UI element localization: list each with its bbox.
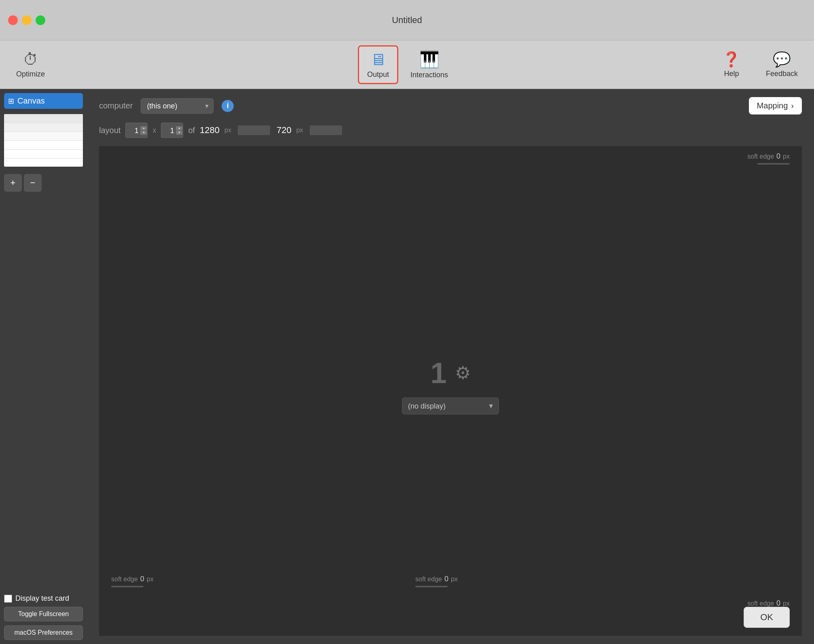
of-label: of (188, 126, 195, 135)
x-separator: x (152, 126, 156, 135)
soft-edge-right: soft edge 0 px (415, 575, 458, 587)
canvas-layer-4 (4, 141, 83, 150)
sidebar: ⊞ Canvas + − Display test card Toggle Fu… (0, 89, 87, 644)
window-controls (0, 15, 45, 25)
computer-dropdown[interactable]: (this one) (141, 98, 214, 114)
toolbar-item-interactions[interactable]: 🎹 Interactions (402, 46, 456, 83)
maximize-button[interactable] (36, 15, 45, 25)
display-center: 1 ⚙ (no display) ▼ (402, 356, 499, 414)
computer-row: computer (this one) ▼ i Mapping › (99, 97, 802, 114)
width-px: px (224, 127, 231, 134)
height-slider[interactable] (310, 125, 342, 135)
soft-edge-left-value: 0 (140, 575, 144, 583)
sidebar-actions: + − (4, 174, 83, 192)
display-dropdown[interactable]: (no display) (402, 397, 499, 414)
info-button[interactable]: i (222, 100, 234, 112)
minimize-button[interactable] (22, 15, 32, 25)
ok-button[interactable]: OK (744, 607, 790, 628)
close-button[interactable] (8, 15, 18, 25)
remove-canvas-button[interactable]: − (24, 174, 42, 192)
toolbar-item-optimize[interactable]: ⏱ Optimize (8, 48, 53, 82)
optimize-icon: ⏱ (23, 51, 38, 68)
canvas-icon: ⊞ (8, 97, 14, 106)
soft-edge-bottom-label: soft edge (747, 600, 774, 607)
soft-edge-left-px: px (147, 576, 154, 583)
layout-x-spinner: 1 ▲ ▼ (125, 123, 148, 138)
toolbar-right: ❓ Help 💬 Feedback (713, 47, 806, 82)
canvas-preview (4, 114, 83, 167)
display-test-card-label: Display test card (15, 594, 69, 603)
window-title: Untitled (392, 15, 422, 25)
soft-edge-top-slider[interactable] (757, 163, 790, 165)
optimize-label: Optimize (16, 70, 45, 78)
display-number: 1 (430, 356, 446, 389)
interactions-label: Interactions (410, 71, 448, 79)
toolbar-center: 🖥 Output 🎹 Interactions (358, 45, 456, 84)
canvas-layer-3 (4, 132, 83, 141)
canvas-label: Canvas (17, 96, 45, 106)
display-dropdown-wrapper: (no display) ▼ (402, 397, 499, 414)
feedback-icon: 💬 (773, 51, 791, 68)
layout-x-down[interactable]: ▼ (140, 131, 147, 135)
soft-edge-top-label: soft edge (747, 153, 774, 160)
toolbar-item-feedback[interactable]: 💬 Feedback (758, 47, 806, 82)
canvas-layer-5 (4, 150, 83, 159)
soft-edge-bottom-px: px (783, 600, 790, 607)
layout-label: layout (99, 126, 121, 135)
mapping-button[interactable]: Mapping › (749, 97, 802, 114)
toggle-fullscreen-button[interactable]: Toggle Fullscreen (4, 607, 83, 621)
soft-edge-right-px: px (451, 576, 458, 583)
canvas-layer-2 (4, 123, 83, 132)
layout-y-up[interactable]: ▲ (176, 126, 182, 130)
layout-row: layout 1 ▲ ▼ x 1 ▲ ▼ of 1280 px 720 (99, 123, 802, 138)
canvas-layer-6 (4, 159, 83, 167)
mapping-chevron-icon: › (791, 101, 794, 110)
macos-preferences-button[interactable]: macOS Preferences (4, 625, 83, 640)
feedback-label: Feedback (766, 70, 798, 78)
soft-edge-right-slider[interactable] (415, 586, 448, 587)
layout-x-arrows: ▲ ▼ (140, 126, 147, 135)
help-label: Help (724, 70, 739, 78)
soft-edge-left-slider[interactable] (111, 586, 144, 587)
soft-edge-right-label: soft edge (415, 576, 442, 583)
soft-edge-left-label: soft edge (111, 576, 138, 583)
width-value: 1280 (200, 125, 220, 136)
soft-edge-left: soft edge 0 px (111, 575, 154, 587)
output-label: Output (367, 70, 389, 79)
width-slider[interactable] (238, 125, 270, 135)
soft-edge-right-value: 0 (444, 575, 448, 583)
layout-x-up[interactable]: ▲ (140, 126, 147, 130)
display-test-card-checkbox[interactable] (4, 595, 12, 603)
display-test-card-row: Display test card (4, 594, 83, 603)
sidebar-item-canvas[interactable]: ⊞ Canvas (4, 93, 83, 109)
display-gear-icon[interactable]: ⚙ (455, 362, 471, 383)
height-value: 720 (277, 125, 292, 136)
soft-edge-bottom-value: 0 (776, 599, 780, 608)
computer-dropdown-wrapper: (this one) ▼ (141, 98, 214, 114)
mapping-label: Mapping (757, 101, 788, 110)
layout-y-spinner: 1 ▲ ▼ (161, 123, 183, 138)
title-bar: Untitled (0, 0, 814, 40)
sidebar-bottom: Display test card Toggle Fullscreen macO… (4, 594, 83, 640)
add-canvas-button[interactable]: + (4, 174, 22, 192)
help-icon: ❓ (722, 51, 740, 68)
height-px: px (296, 127, 303, 134)
computer-label: computer (99, 101, 133, 110)
toolbar-item-help[interactable]: ❓ Help (713, 47, 750, 82)
display-canvas: soft edge 0 px soft edge 0 px soft edge (99, 146, 802, 636)
toolbar: ⏱ Optimize 🖥 Output 🎹 Interactions ❓ Hel… (0, 40, 814, 89)
right-content: computer (this one) ▼ i Mapping › layout… (87, 89, 814, 644)
canvas-layer-1 (4, 114, 83, 123)
soft-edge-top-px: px (783, 153, 790, 160)
main-content: ⊞ Canvas + − Display test card Toggle Fu… (0, 89, 814, 644)
layout-y-down[interactable]: ▼ (176, 131, 182, 135)
output-icon: 🖥 (370, 51, 386, 69)
interactions-icon: 🎹 (419, 50, 440, 69)
soft-edge-top: soft edge 0 px (747, 152, 790, 165)
layout-y-arrows: ▲ ▼ (176, 126, 182, 135)
toolbar-item-output[interactable]: 🖥 Output (358, 45, 398, 84)
soft-edge-top-value: 0 (776, 152, 780, 161)
